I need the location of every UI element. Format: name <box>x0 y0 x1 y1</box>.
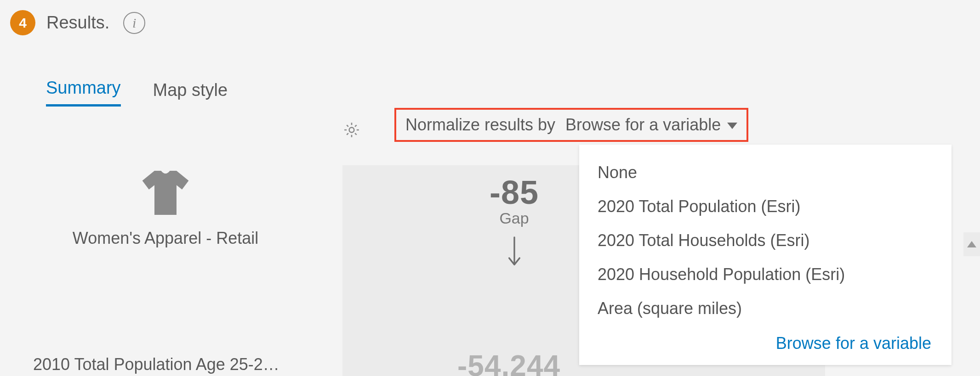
normalize-dropdown-menu: None 2020 Total Population (Esri) 2020 T… <box>579 145 952 365</box>
category-block: Women's Apparel - Retail <box>46 165 285 248</box>
step-number-badge: 4 <box>10 10 35 35</box>
dropdown-browse-link[interactable]: Browse for a variable <box>595 325 942 353</box>
info-icon[interactable]: i <box>123 12 145 34</box>
normalize-bar: Normalize results by Browse for a variab… <box>394 108 748 142</box>
tshirt-icon <box>136 165 195 224</box>
step-header: 4 Results. i <box>10 10 145 35</box>
category-label: Women's Apparel - Retail <box>73 229 258 248</box>
secondary-variable-label: 2010 Total Population Age 25-2… <box>33 355 279 374</box>
dropdown-item-none[interactable]: None <box>595 156 942 190</box>
dropdown-item-totpop[interactable]: 2020 Total Population (Esri) <box>595 190 942 224</box>
dropdown-item-hhpop[interactable]: 2020 Household Population (Esri) <box>595 258 942 292</box>
step-number: 4 <box>19 15 27 31</box>
gap-stat: -85 Gap <box>490 174 539 271</box>
dropdown-item-tothouse[interactable]: 2020 Total Households (Esri) <box>595 224 942 258</box>
results-tabs: Summary Map style <box>46 78 228 107</box>
normalize-selected: Browse for a variable <box>565 115 721 135</box>
gap-label: Gap <box>499 209 529 227</box>
normalize-label: Normalize results by <box>405 115 555 135</box>
settings-gear-icon[interactable] <box>341 119 362 140</box>
step-title: Results. <box>46 13 109 33</box>
svg-point-0 <box>349 128 354 133</box>
tab-summary[interactable]: Summary <box>46 78 121 107</box>
normalize-dropdown-trigger[interactable]: Browse for a variable <box>565 115 737 135</box>
scroll-up-button[interactable] <box>963 232 980 256</box>
tab-map-style[interactable]: Map style <box>153 80 228 107</box>
chevron-up-icon <box>967 241 976 247</box>
stat-partial-value: -54,244 <box>457 349 560 376</box>
gap-value: -85 <box>490 174 539 211</box>
chevron-down-icon <box>727 123 737 129</box>
arrow-down-icon <box>507 236 522 271</box>
dropdown-item-area[interactable]: Area (square miles) <box>595 292 942 325</box>
